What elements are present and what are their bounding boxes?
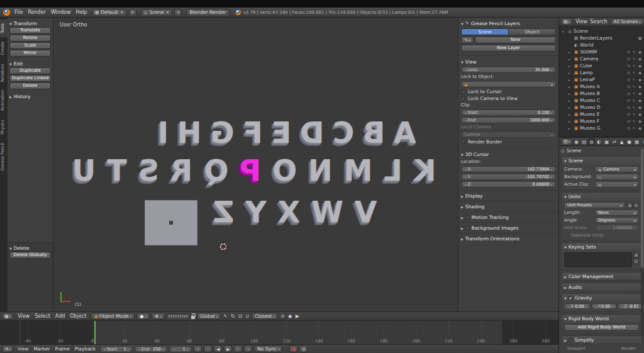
- timeline-playhead[interactable]: [94, 321, 96, 344]
- clip-start-field[interactable]: Start:0.100: [461, 109, 556, 116]
- properties-tab[interactable]: ▦: [633, 138, 640, 145]
- properties-tab[interactable]: ⇄: [611, 138, 618, 145]
- background-set-field[interactable]: ◎: [595, 174, 639, 180]
- visibility-icon[interactable]: ⊙: [626, 70, 631, 76]
- clip-end-field[interactable]: End:1000.000: [461, 117, 556, 123]
- gp-source-object-toggle[interactable]: Object: [509, 28, 556, 35]
- snap-target-icon[interactable]: ⊙: [280, 313, 286, 319]
- expand-icon[interactable]: ▸: [569, 113, 572, 116]
- tool-button[interactable]: Rotate: [9, 35, 51, 42]
- keying-set-button[interactable]: ⊙: [299, 345, 308, 352]
- operator-panel-header[interactable]: Delete: [9, 244, 51, 252]
- menu-item[interactable]: View: [15, 346, 31, 352]
- snap-element-selector[interactable]: Closest: [252, 313, 278, 320]
- renderability-icon[interactable]: ▪: [638, 57, 642, 62]
- renderability-icon[interactable]: ▪: [638, 91, 642, 96]
- grease-pencil-panel-header[interactable]: ✎Grease Pencil Layers: [461, 20, 556, 27]
- viewport-3d[interactable]: User Ortho ABCDEFGHI KLMNOPQRSTU VWXYZ: [53, 18, 458, 311]
- properties-tab[interactable]: ◎: [588, 138, 595, 145]
- menu-item[interactable]: Select: [32, 313, 53, 319]
- rigid-body-world-header[interactable]: Rigid Body World: [562, 315, 641, 322]
- mode-selector[interactable]: ▣Object Mode: [91, 313, 135, 320]
- close-icon[interactable]: ✕: [120, 10, 124, 15]
- selectability-icon[interactable]: ↖: [632, 105, 636, 110]
- renderability-icon[interactable]: ▪: [638, 70, 642, 76]
- tool-shelf-tab[interactable]: Physics: [0, 116, 8, 138]
- layers-widget[interactable]: [167, 313, 189, 319]
- unit-presets-selector[interactable]: Unit Presets: [564, 202, 625, 208]
- menu-item[interactable]: File: [12, 9, 25, 15]
- expand-icon[interactable]: ▸: [569, 57, 572, 61]
- jump-to-start-button[interactable]: «: [194, 345, 202, 352]
- renderability-icon[interactable]: ▪: [638, 105, 642, 110]
- menu-item[interactable]: Playback: [72, 346, 98, 352]
- keying-sets-panel-header[interactable]: Keying Sets: [562, 243, 641, 250]
- selectability-icon[interactable]: ↖: [632, 112, 636, 117]
- visibility-icon[interactable]: ⊙: [626, 98, 631, 103]
- gravity-y-field[interactable]: Y:0.00: [591, 303, 617, 310]
- add-screen-layout-button[interactable]: +: [129, 9, 136, 16]
- menu-item[interactable]: Search: [589, 19, 608, 25]
- checkbox-icon[interactable]: [564, 233, 569, 237]
- outliner-item[interactable]: ▸ ▣ Camera ⊙ ↖ ▪: [559, 55, 644, 62]
- collapsed-panel-header[interactable]: Shading: [461, 203, 556, 210]
- opengl-render-anim-icon[interactable]: ▶: [295, 313, 300, 319]
- pivot-selector[interactable]: ⊕: [152, 313, 165, 320]
- menu-item[interactable]: Object: [67, 313, 89, 319]
- checkbox-icon[interactable]: [461, 140, 465, 144]
- renderability-icon[interactable]: ▪: [638, 64, 642, 69]
- outliner-item[interactable]: ▤ RenderLayers ▣: [559, 35, 644, 42]
- tool-shelf-tab[interactable]: Grease Pencil: [0, 139, 8, 174]
- expand-icon[interactable]: ▸: [569, 50, 572, 54]
- current-frame-field[interactable]: 1: [169, 346, 192, 352]
- outliner-item[interactable]: ▸ ▣ Museo D ⊙ ↖ ▪: [559, 104, 644, 111]
- play-button[interactable]: ▶: [224, 345, 232, 352]
- expand-icon[interactable]: ▸: [569, 71, 572, 75]
- expand-icon[interactable]: ▸: [569, 92, 572, 96]
- tool-shelf-tab[interactable]: Animation: [0, 86, 8, 115]
- tool-button[interactable]: Mirror: [9, 50, 51, 57]
- outliner-item[interactable]: ▸ ▣ Museo A ⊙ ↖ ▪: [559, 83, 644, 90]
- gravity-panel-header[interactable]: Gravity: [562, 294, 641, 301]
- outliner-item[interactable]: ▸ ▣ Cube ⊙ ↖ ▪: [559, 62, 644, 69]
- properties-tab[interactable]: ◉: [573, 138, 580, 145]
- cursor-panel-header[interactable]: 3D Cursor: [461, 150, 556, 158]
- expand-icon[interactable]: ▸: [569, 106, 572, 109]
- properties-tab[interactable]: ▲: [618, 138, 625, 145]
- renderability-icon[interactable]: ▪: [638, 119, 642, 124]
- visibility-icon[interactable]: ⊙: [626, 105, 631, 110]
- tool-button[interactable]: Duplicate Linked: [9, 75, 51, 82]
- selectability-icon[interactable]: ↖: [632, 84, 636, 89]
- render-border-row[interactable]: Render Border: [461, 139, 556, 145]
- selectability-icon[interactable]: ↖: [632, 77, 636, 82]
- cursor-x-field[interactable]: X:192.73904: [461, 166, 556, 172]
- scrollbar-thumb[interactable]: [641, 148, 643, 268]
- sync-mode-selector[interactable]: No Sync: [254, 345, 282, 352]
- scene-panel-header[interactable]: Scene: [562, 157, 641, 164]
- visibility-icon[interactable]: ⊙: [626, 119, 631, 124]
- collapsed-panel-header[interactable]: Display: [461, 192, 556, 199]
- keying-sets-list[interactable]: [564, 252, 632, 267]
- delete-globally-button[interactable]: Delete Globally: [9, 252, 51, 259]
- lens-field[interactable]: Lens:35.000: [461, 67, 556, 73]
- frame-end-field[interactable]: End:250: [135, 346, 167, 352]
- menu-item[interactable]: Render: [25, 9, 48, 15]
- add-rigid-body-world-button[interactable]: Add Rigid Body World: [564, 324, 639, 331]
- expand-icon[interactable]: ▾: [562, 30, 566, 33]
- visibility-icon[interactable]: ⊙: [626, 84, 631, 89]
- next-keyframe-button[interactable]: ›: [234, 345, 242, 352]
- cursor-y-field[interactable]: Y:-101.70702: [461, 174, 556, 180]
- prev-keyframe-button[interactable]: ‹: [204, 345, 212, 352]
- selectability-icon[interactable]: ↖: [632, 91, 636, 96]
- timeline-ruler[interactable]: -40-200204060801001201401601802002202402…: [0, 321, 558, 344]
- panel-checkbox-icon[interactable]: [465, 215, 470, 220]
- outliner-item[interactable]: ▸ ▣ Museo E ⊙ ↖ ▪: [559, 111, 644, 118]
- properties-tab[interactable]: ∗: [641, 138, 644, 145]
- menu-item[interactable]: Help: [73, 9, 89, 15]
- tool-button[interactable]: Duplicate: [9, 67, 51, 74]
- render-engine-selector[interactable]: Blender Render: [186, 9, 229, 16]
- audio-panel-header[interactable]: Audio: [562, 283, 641, 291]
- scene-selector[interactable]: ◎ Scene ✕: [141, 9, 173, 16]
- tool-button[interactable]: Delete: [9, 82, 51, 89]
- renderability-icon[interactable]: ▪: [638, 84, 642, 89]
